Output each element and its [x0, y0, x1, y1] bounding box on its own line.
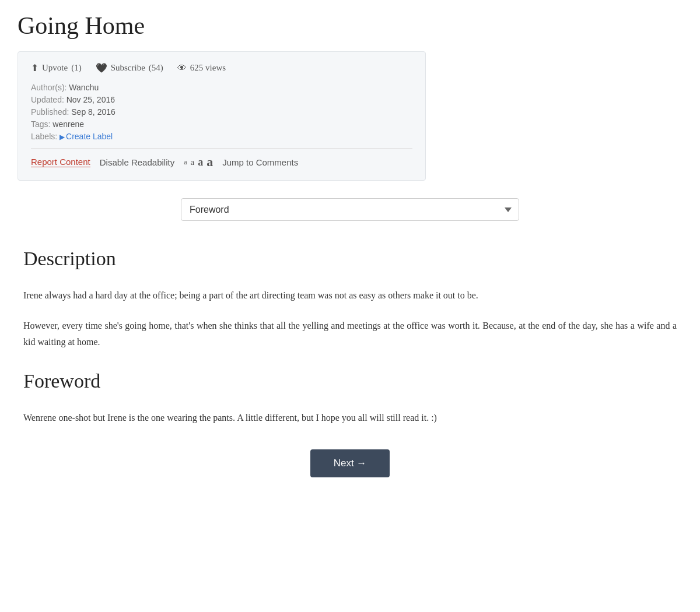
subscribe-button[interactable]: 🖤 Subscribe (54) — [96, 62, 163, 73]
foreword-heading: Foreword — [23, 364, 677, 398]
font-size-large[interactable]: a — [198, 156, 203, 168]
font-size-xlarge[interactable]: a — [206, 154, 213, 170]
font-size-small[interactable]: a — [184, 158, 187, 167]
upvote-icon: ⬆ — [31, 62, 38, 73]
chapter-select-wrapper: Foreword Chapter 1 Chapter 2 — [18, 198, 682, 221]
description-paragraph-2: However, every time she's going home, th… — [23, 318, 677, 350]
tags-row: Tags: wenrene — [31, 119, 412, 129]
subscribe-icon: 🖤 — [96, 62, 107, 73]
description-heading: Description — [23, 242, 677, 276]
disable-readability-button[interactable]: Disable Readability — [100, 157, 174, 167]
labels-row: Labels: ▶Create Label — [31, 132, 412, 141]
info-box: ⬆ Upvote (1) 🖤 Subscribe (54) 👁 625 view… — [18, 51, 426, 181]
description-paragraph-1: Irene always had a hard day at the offic… — [23, 287, 677, 304]
next-btn-wrapper: Next → — [23, 449, 677, 477]
report-content-link[interactable]: Report Content — [31, 157, 90, 167]
meta-section: Author(s): Wanchu Updated: Nov 25, 2016 … — [31, 83, 412, 141]
views-icon: 👁 — [177, 63, 187, 73]
font-size-medium[interactable]: a — [190, 157, 194, 167]
foreword-paragraph: Wenrene one-shot but Irene is the one we… — [23, 410, 677, 426]
jump-to-comments-button[interactable]: Jump to Comments — [222, 157, 298, 167]
next-button[interactable]: Next → — [310, 449, 390, 477]
content-section: Description Irene always had a hard day … — [18, 242, 682, 477]
updated-row: Updated: Nov 25, 2016 — [31, 95, 412, 104]
upvote-button[interactable]: ⬆ Upvote (1) — [31, 62, 82, 73]
chapter-select[interactable]: Foreword Chapter 1 Chapter 2 — [181, 198, 519, 221]
divider — [31, 148, 412, 149]
author-row: Author(s): Wanchu — [31, 83, 412, 92]
label-arrow-icon: ▶ — [60, 133, 65, 141]
font-size-controls: a a a a — [184, 154, 213, 170]
page-title: Going Home — [18, 12, 682, 40]
views-display: 👁 625 views — [177, 63, 226, 73]
create-label-link[interactable]: ▶Create Label — [60, 132, 113, 141]
controls-bar: Report Content Disable Readability a a a… — [31, 154, 412, 170]
action-bar: ⬆ Upvote (1) 🖤 Subscribe (54) 👁 625 view… — [31, 62, 412, 73]
published-row: Published: Sep 8, 2016 — [31, 107, 412, 117]
